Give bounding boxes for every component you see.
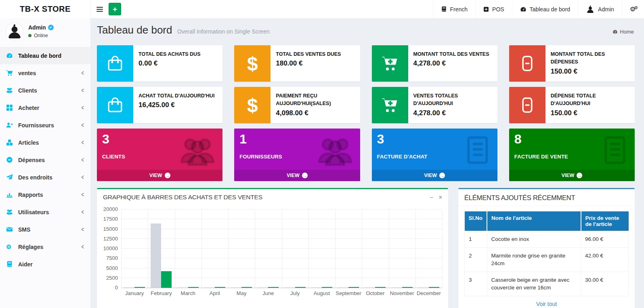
nav-pos[interactable]: POS (475, 0, 512, 18)
bar-achats (231, 287, 241, 288)
bar-achats (258, 287, 268, 288)
x-axis-label: September (335, 290, 362, 296)
gridline (389, 210, 389, 288)
content-header: Tableau de bord Overall Information on S… (91, 18, 644, 44)
sidebar-item-label: Des endroits (18, 174, 52, 181)
chevron-left-icon: < (82, 243, 84, 251)
bar-achats (285, 287, 295, 288)
sidebar-item-depenses[interactable]: Dépenses< (0, 151, 90, 169)
arrow-circle-right-icon: → (577, 173, 582, 178)
table-cell: 96.00 € (581, 231, 629, 248)
summary-box-clients[interactable]: 3CLIENTSVIEW→ (97, 129, 222, 181)
info-box-ventes-totales-d-aujourd-hui: VENTES TOTALES D'AUJOURD'HUI4,278.00 € (372, 87, 497, 123)
sidebar-item-label: SMS (18, 226, 30, 233)
sidebar-item-clients[interactable]: Clients< (0, 82, 90, 99)
column-header: Nom de l'article (487, 211, 581, 231)
sidebar-item-sms[interactable]: SMS< (0, 221, 90, 238)
breadcrumb[interactable]: Home (613, 29, 634, 35)
online-status-icon (28, 34, 31, 37)
close-button[interactable]: × (439, 194, 442, 200)
table-cell: 42.00 € (581, 247, 629, 272)
y-axis-tick: 10000 (100, 245, 118, 251)
info-box-total-des-achats-dus: TOTAL DES ACHATS DUS0.00 € (97, 45, 222, 82)
sidebar-item-articles[interactable]: Articles< (0, 134, 90, 151)
user-plus-icon (6, 122, 13, 129)
sidebar-item-label: Clients (18, 87, 37, 94)
book-icon (6, 261, 13, 268)
page-subtitle: Overall Information on Single Screen (177, 28, 270, 35)
summary-label: FACTURE D'ACHAT (377, 154, 428, 160)
sidebar-menu: Tableau de bordventes<Clients<Acheter<Fo… (0, 47, 90, 273)
info-box-montant-total-des-depenses: MONTANT TOTAL DES DÉPENSES150.00 € (509, 45, 635, 82)
envelope-icon (6, 226, 13, 233)
gridline (228, 210, 229, 288)
collapse-button[interactable]: – (430, 194, 433, 200)
x-axis-label: October (362, 290, 388, 296)
nav-user-menu[interactable]: Admin (578, 0, 622, 18)
summary-count: 3 (377, 132, 384, 147)
x-axis-label: February (148, 290, 174, 296)
summary-count: 1 (239, 132, 247, 147)
nav-language[interactable]: French (433, 0, 476, 18)
view-all-link[interactable]: Voir tout (464, 296, 629, 308)
gridline (335, 210, 336, 288)
sidebar-item-acheter[interactable]: Acheter< (0, 99, 90, 116)
summary-box-fournisseurs[interactable]: 1FOURNISSEURSVIEW→ (234, 129, 360, 181)
bar-ventes (375, 287, 386, 288)
x-axis-label: May (228, 290, 255, 296)
bar-ventes (241, 287, 252, 288)
info-box-value: 4,278.00 € (413, 59, 489, 68)
view-link[interactable]: VIEW→ (97, 170, 222, 181)
bar-ventes (188, 287, 199, 288)
info-box-total-des-ventes-dues: $TOTAL DES VENTES DUES180.00 € (234, 45, 360, 82)
bar-ventes (348, 287, 359, 288)
summary-box-facture-d-achat[interactable]: 3FACTURE D'ACHATVIEW→ (372, 129, 497, 181)
info-box-value: 150.00 € (551, 109, 630, 117)
shopping-bag-icon (97, 87, 133, 123)
brand-logo[interactable]: TB-X STORE (0, 0, 91, 18)
recent-items-table: Sl.NoNom de l'articlePrix de vente de l'… (464, 211, 629, 296)
users-icon (6, 87, 13, 94)
chart-title: GRAPHIQUE À BARRES DES ACHATS ET DES VEN… (103, 194, 262, 201)
nav-settings[interactable]: ⚙⚙ (622, 0, 644, 18)
y-axis-tick: 5000 (100, 265, 118, 271)
y-axis-tick: 7500 (100, 255, 118, 261)
sidebar-item-tableau-de-bord[interactable]: Tableau de bord (0, 47, 90, 64)
summary-box-facture-de-vente[interactable]: 8FACTURE DE VENTEVIEW→ (509, 129, 635, 181)
summary-count: 3 (102, 132, 109, 147)
sidebar-item-des-endroits[interactable]: Des endroits< (0, 169, 90, 186)
sidebar-item-utilisateurs[interactable]: Utilisateurs< (0, 203, 90, 221)
gridline (415, 210, 416, 288)
sidebar-item-fournisseurs[interactable]: Fournisseurs< (0, 116, 90, 134)
bar-ventes (134, 287, 145, 288)
cart-plus-icon (372, 87, 408, 123)
view-link[interactable]: VIEW→ (509, 170, 635, 181)
sidebar-item-aider[interactable]: Aider (0, 255, 90, 273)
bar-achats (151, 224, 161, 288)
sidebar-item-reglages[interactable]: ⚙Réglages< (0, 238, 90, 255)
bar-ventes (161, 271, 172, 288)
gridline (282, 210, 282, 288)
chevron-left-icon: < (82, 69, 84, 77)
sidebar-item-label: ventes (18, 70, 36, 76)
sidebar-item-label: Utilisateurs (18, 209, 49, 215)
online-status-label: Online (34, 33, 48, 38)
sidebar-item-rapports[interactable]: Rapports< (0, 186, 90, 203)
quick-add-button[interactable]: + (109, 3, 121, 15)
bar-achats (311, 287, 322, 288)
chevron-left-icon: < (82, 139, 84, 146)
info-box-paiement-recu-aujourd-hui-sales-: $PAIEMENT REÇU AUJOURD'HUI(SALES)4,098.0… (234, 87, 360, 123)
view-link[interactable]: VIEW→ (372, 170, 497, 181)
bar-achats (418, 287, 429, 288)
info-box-value: 16,425.00 € (138, 101, 214, 109)
gridline (308, 210, 309, 288)
sidebar-toggle-icon[interactable] (96, 7, 103, 12)
summary-box-grid: 3CLIENTSVIEW→1FOURNISSEURSVIEW→3FACTURE … (97, 129, 635, 181)
bar-ventes (268, 287, 279, 288)
x-axis-label: March (175, 290, 201, 296)
view-link[interactable]: VIEW→ (234, 170, 360, 181)
nav-dashboard[interactable]: Tableau de bord (512, 0, 578, 18)
sidebar-item-ventes[interactable]: ventes< (0, 64, 90, 82)
dashboard-icon (6, 52, 13, 59)
bar-ventes (295, 287, 306, 288)
